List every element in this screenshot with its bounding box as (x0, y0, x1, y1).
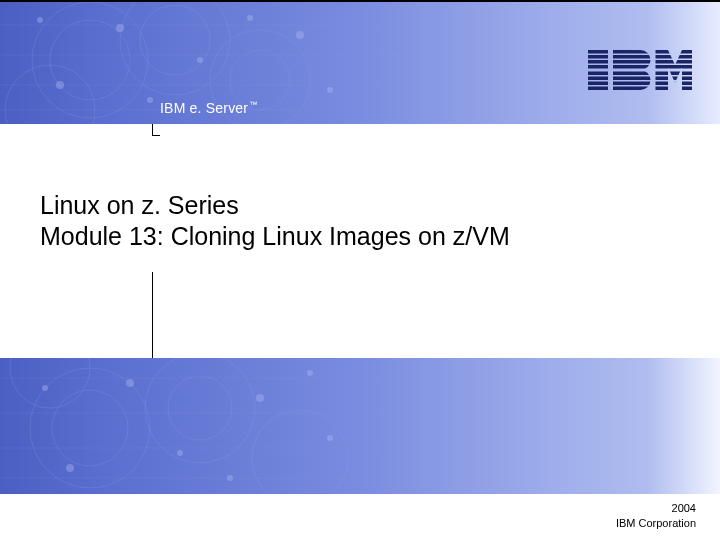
svg-rect-20 (588, 50, 692, 54)
trademark-symbol: ™ (249, 100, 257, 109)
svg-point-32 (252, 410, 348, 494)
svg-point-31 (168, 376, 232, 440)
slide-title: Linux on z. Series Module 13: Cloning Li… (40, 190, 510, 253)
title-line-2: Module 13: Cloning Linux Images on z/VM (40, 221, 510, 252)
svg-point-30 (145, 358, 255, 463)
svg-point-36 (177, 450, 183, 456)
footer-org: IBM Corporation (616, 516, 696, 530)
svg-rect-22 (588, 60, 692, 64)
svg-point-13 (147, 97, 153, 103)
svg-rect-27 (588, 87, 692, 91)
product-line-label: IBM e. Server™ (160, 100, 257, 116)
svg-rect-24 (588, 72, 692, 76)
footer-year: 2004 (616, 501, 696, 515)
header-band: IBM e. Server™ (0, 0, 720, 124)
svg-point-29 (52, 390, 128, 466)
svg-rect-21 (588, 55, 692, 59)
svg-point-34 (42, 385, 48, 391)
svg-point-41 (307, 370, 313, 376)
footer-pattern (0, 358, 720, 494)
svg-point-7 (37, 17, 43, 23)
svg-point-14 (247, 15, 253, 21)
svg-rect-26 (588, 82, 692, 86)
title-line-1: Linux on z. Series (40, 190, 510, 221)
product-line-text: IBM e. Server (160, 100, 248, 116)
svg-point-10 (296, 31, 304, 39)
slide-footer: 2004 IBM Corporation (616, 501, 696, 530)
ibm-logo-icon (588, 50, 692, 90)
title-divider (152, 272, 153, 360)
svg-point-8 (116, 24, 124, 32)
svg-point-3 (140, 5, 210, 75)
svg-rect-25 (588, 77, 692, 81)
svg-rect-23 (588, 65, 692, 69)
svg-point-6 (5, 65, 95, 124)
header-corner-mark (152, 124, 160, 136)
footer-band (0, 358, 720, 494)
svg-point-2 (120, 0, 230, 95)
svg-point-35 (126, 379, 134, 387)
svg-point-39 (66, 464, 74, 472)
svg-point-9 (197, 57, 203, 63)
svg-point-37 (256, 394, 264, 402)
svg-point-38 (327, 435, 333, 441)
slide-root: IBM e. Server™ Linux on z. Series Module… (0, 0, 720, 540)
svg-point-0 (32, 2, 148, 118)
svg-point-11 (327, 87, 333, 93)
